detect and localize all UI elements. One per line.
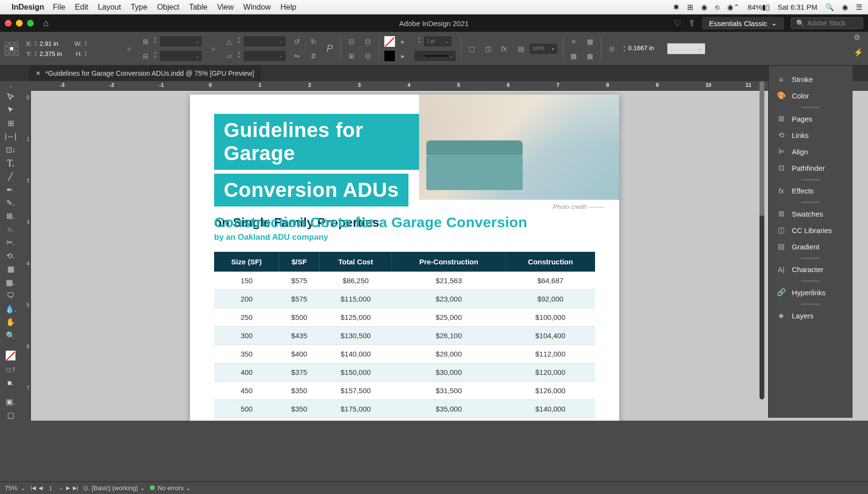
stroke-menu-icon[interactable]: ▸ [397,50,409,62]
workspace-switcher[interactable]: Essentials Classic⌄ [702,17,784,29]
panel-links[interactable]: ⟲Links [769,127,853,143]
panel-stroke[interactable]: ≡Stroke [769,71,853,87]
menu-table[interactable]: Table [189,3,207,12]
scale-y-dropdown[interactable]: ⌄ [159,50,203,62]
stroke-swatch[interactable] [384,50,395,62]
gradient-swatch-tool[interactable]: ▦ [4,263,17,274]
apply-color-icons[interactable]: ▢ T [4,364,17,375]
select-content-icon[interactable]: ⊞ [346,50,357,62]
note-tool[interactable]: 🗨 [4,290,17,301]
whats-new-icon[interactable]: ♡ [674,18,681,28]
clock[interactable]: Sat 6:31 PM [777,3,817,11]
document-tab[interactable]: ✕ *Guidelines for Garage Conversion ADUs… [29,66,261,81]
menu-help[interactable]: Help [280,3,296,12]
drop-shadow-icon[interactable]: ◫ [483,43,494,55]
menu-file[interactable]: File [53,3,66,12]
gap-tool[interactable]: |↔| [4,131,17,142]
shear-dropdown[interactable]: ⌄ [243,50,286,62]
text-wrap-jump-icon[interactable]: ▦ [584,50,596,62]
content-collector-tool[interactable]: ⊡↓ [4,144,17,155]
page-tool[interactable]: ⊞ [4,118,17,129]
close-tab-icon[interactable]: ✕ [36,70,41,77]
fx-icon[interactable]: fx. [499,43,511,55]
fill-swatch[interactable] [384,36,395,47]
corner-shape-dropdown[interactable]: ⌄ [667,43,705,55]
control-center-icon[interactable]: ⎋ [715,3,719,11]
default-fill-stroke[interactable]: ■. [4,377,17,388]
panel-pages[interactable]: ⊞Pages [769,110,853,127]
preflight-profile[interactable]: ⊙. [Basic] (working) ⌄ [83,484,145,492]
pen-tool[interactable]: ✒. [4,184,17,195]
pencil-tool[interactable]: ✎. [4,197,17,208]
share-icon[interactable]: ⇪ [688,18,695,28]
text-wrap-shape-icon[interactable]: ▦ [584,36,596,47]
first-page-icon[interactable]: |◀ [30,485,36,491]
scrollbar-thumb[interactable] [760,81,764,216]
minimize-window-button[interactable] [16,20,23,27]
menu-window[interactable]: Window [244,3,271,12]
fill-stroke-toggle[interactable] [3,348,18,362]
panel-gradient[interactable]: ▤Gradient [769,238,853,255]
page-navigator[interactable]: |◀ ◀ 1 ⌄ ▶ ▶| [30,485,78,491]
panel-hyperlinks[interactable]: 🔗Hyperlinks [769,284,853,301]
scale-x-dropdown[interactable]: ⌄ [159,36,203,47]
line-tool[interactable]: ╱ [4,171,17,182]
battery-percent[interactable]: 84% ▮▯ [747,3,770,12]
panel-color[interactable]: 🎨Color [769,87,853,104]
constrain-scale-icon[interactable]: ⟐ [207,43,219,55]
type-tool[interactable]: T. [4,157,17,168]
rectangle-tool[interactable]: ○. [4,224,17,235]
free-transform-tool[interactable]: ⟲. [4,250,17,261]
constrain-proportions-icon[interactable]: ⟐ [123,43,135,55]
page-number-field[interactable]: 1 [45,485,56,491]
prev-page-icon[interactable]: ◀ [39,485,42,491]
app-name[interactable]: InDesign [12,3,44,12]
panel-layers[interactable]: ◈Layers [769,307,853,324]
dimensions-icon[interactable]: ⊞ [606,43,618,55]
panel-swatches[interactable]: ⊞Swatches [769,206,853,222]
hand-tool[interactable]: ✋ [4,316,17,328]
adobe-stock-search[interactable]: 🔍 Adobe Stock [791,17,863,29]
text-wrap-none-icon[interactable]: ≡ [568,36,580,47]
document-page[interactable]: Guidelines for Garage Conversion ADUs on… [190,95,619,421]
flip-h-icon[interactable]: ⇋ [291,50,303,62]
menu-view[interactable]: View [217,3,233,12]
rotate-ccw-icon[interactable]: ↺ [291,36,303,47]
zoom-tool[interactable]: 🔍 [4,329,17,341]
rotate-cw-icon[interactable]: ↻ [308,36,319,47]
notification-center-icon[interactable]: ☰ [856,3,862,12]
panel-align[interactable]: ⊫Align [769,143,853,160]
menubar-extra-icon[interactable]: ✱ [673,3,679,12]
select-next-icon[interactable]: ⊡ [362,50,374,62]
close-window-button[interactable] [5,20,12,27]
vertical-ruler[interactable]: 0 1 2 3 4 5 6 7 [21,91,31,421]
dropbox-icon[interactable]: ⊞ [687,3,693,12]
select-prev-icon[interactable]: ⊡ [362,36,374,47]
stroke-weight-field[interactable]: 1 pt⌄ [423,36,452,47]
gradient-feather-tool[interactable]: ▦. [4,277,17,288]
view-mode-preview[interactable]: ▢ [4,410,17,421]
siri-icon[interactable]: ◉ [842,3,848,12]
panel-effects[interactable]: fxEffects [769,183,853,199]
bridge-icon[interactable]: ⚡ [854,48,863,57]
view-mode-normal[interactable]: ▣. [4,396,17,407]
eyedropper-tool[interactable]: 💧. [4,303,17,315]
horizontal-ruler[interactable]: -3 -2 -1 0 1 2 3 4 5 6 7 8 9 10 11 [31,81,868,91]
canvas[interactable]: -3 -2 -1 0 1 2 3 4 5 6 7 8 9 10 11 Guide… [31,81,868,421]
preflight-status[interactable]: No errors ⌄ [150,484,191,492]
zoom-level[interactable]: 75%⌄ [5,484,26,492]
reference-point-grid[interactable] [5,42,18,55]
dimension-field[interactable]: 0.1667 in [628,44,662,53]
rotate-dropdown[interactable]: ⌄ [243,36,286,47]
menu-object[interactable]: Object [157,3,179,12]
customize-control-icon[interactable]: ⚙ [854,33,863,42]
rectangle-frame-tool[interactable]: ⊠. [4,210,17,221]
selection-tool[interactable] [4,91,17,102]
x-field[interactable]: 2.91 in [40,40,68,47]
zoom-window-button[interactable] [27,20,34,27]
cc-status-icon[interactable]: ◉ [701,3,707,12]
home-button[interactable]: ⌂ [43,18,49,28]
menu-type[interactable]: Type [131,3,148,12]
select-container-icon[interactable]: ⊡ [346,36,357,47]
direct-selection-tool[interactable] [4,104,17,115]
